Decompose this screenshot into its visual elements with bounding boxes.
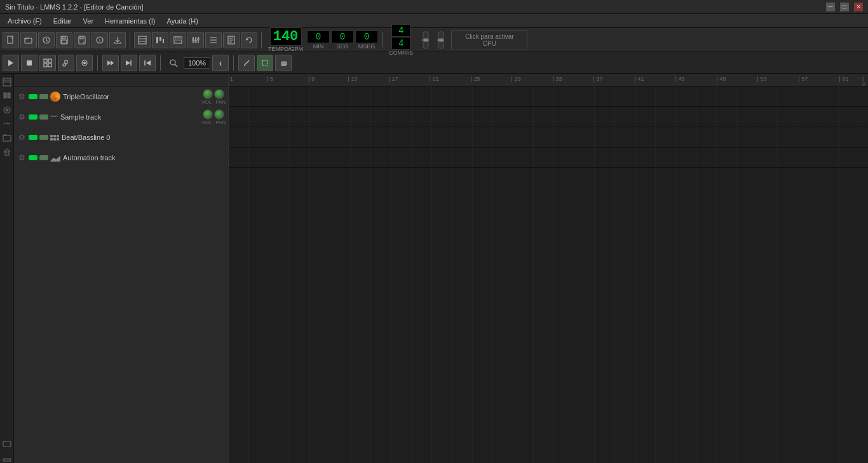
vol-knob-triple-osc[interactable] <box>203 89 213 99</box>
track-name-sample[interactable]: 〰 Sample track <box>50 113 200 121</box>
song-editor: ⚙ TripleOscillator VOL PAN <box>0 74 868 463</box>
vol-label-sample: VOL <box>201 120 212 125</box>
menu-ver[interactable]: Ver <box>78 16 99 26</box>
close-button[interactable]: ✕ <box>854 3 863 11</box>
mseg-display[interactable]: 0 <box>355 31 378 43</box>
ruler-spacer <box>14 74 228 86</box>
maximize-button[interactable]: □ <box>840 3 849 11</box>
grid-row-beat[interactable] <box>229 127 868 148</box>
cpu-display[interactable]: Click para activar CPU <box>451 30 527 50</box>
sep5 <box>160 55 161 71</box>
stop-button[interactable] <box>21 55 37 71</box>
sidebar-instruments-icon[interactable] <box>1 76 13 88</box>
svg-rect-73 <box>3 459 11 461</box>
ruler-mark-25: | 25 <box>471 76 480 82</box>
menu-ayuda[interactable]: Ayuda (H) <box>162 16 203 26</box>
sidebar-presets-icon[interactable] <box>1 104 13 116</box>
zoom-value[interactable]: 100% <box>184 57 210 69</box>
beat-icon <box>50 135 59 141</box>
forward-button[interactable] <box>102 55 119 71</box>
svg-marker-42 <box>8 60 13 66</box>
track-gear-beat[interactable]: ⚙ <box>17 132 27 142</box>
track-mute-beat[interactable] <box>29 135 37 140</box>
grid-row-sample[interactable] <box>229 107 868 127</box>
tempo-display[interactable]: 140 <box>270 27 302 46</box>
track-solo-automation[interactable] <box>39 155 48 160</box>
recent-button[interactable] <box>38 32 55 48</box>
draw-tool-button[interactable] <box>238 55 255 71</box>
rewind-button[interactable] <box>139 55 156 71</box>
ruler-mark-13: | 13 <box>348 76 358 82</box>
grid-row-triple-osc[interactable] <box>229 86 868 107</box>
svg-rect-26 <box>193 39 194 41</box>
svg-rect-27 <box>195 40 196 42</box>
grid-col: | 1 | 5 | 9 | 13 | 17 | 21 | 25 | 29 | 3… <box>229 74 868 463</box>
zoom-down-button[interactable]: ‹ <box>212 55 229 71</box>
svg-rect-22 <box>180 37 182 41</box>
export-button[interactable] <box>109 32 126 48</box>
track-name-triple-osc[interactable]: TripleOscillator <box>50 92 200 102</box>
track-gear-triple-osc[interactable]: ⚙ <box>17 92 27 102</box>
compas-num[interactable]: 4 <box>391 24 410 37</box>
track-mute-triple-osc[interactable] <box>29 94 37 99</box>
track-gear-sample[interactable]: ⚙ <box>17 112 27 122</box>
sidebar-settings-icon[interactable] <box>1 452 13 463</box>
track-gear-automation[interactable]: ⚙ <box>17 153 27 163</box>
info-button[interactable]: i <box>92 32 108 48</box>
song-editor-button[interactable] <box>134 32 151 48</box>
grid-rows[interactable] <box>229 86 868 463</box>
svg-point-57 <box>170 60 175 65</box>
sidebar-home-icon[interactable] <box>1 146 13 158</box>
ruler-mark-37: | 37 <box>593 76 603 82</box>
grid-empty-area[interactable] <box>229 168 868 463</box>
instruments-button[interactable] <box>205 32 222 48</box>
track-name-beat[interactable]: Beat/Bassline 0 <box>50 134 226 141</box>
track-solo-sample[interactable] <box>39 114 48 120</box>
menu-herramientas[interactable]: Herramientas (I) <box>100 16 160 26</box>
min-display[interactable]: 0 <box>307 31 330 43</box>
grid-row-automation[interactable] <box>229 148 868 168</box>
pattern-button[interactable] <box>39 55 56 71</box>
track-solo-triple-osc[interactable] <box>39 94 48 99</box>
new-button[interactable] <box>3 32 19 48</box>
window-title: Sin Titulo - LMMS 1.2.2 - [Editor de Can… <box>5 3 144 11</box>
save-button[interactable] <box>56 32 72 48</box>
vol-knob-sample[interactable] <box>203 109 213 120</box>
mixer-button[interactable] <box>187 32 204 48</box>
track-mute-sample[interactable] <box>29 114 37 120</box>
saveas-button[interactable]: + <box>74 32 90 48</box>
notes-button[interactable] <box>223 32 240 48</box>
time-section: 0 MIN 0 SEG 0 MSEG <box>307 31 378 50</box>
record2-button[interactable] <box>76 55 93 71</box>
pan-knob-sample[interactable] <box>214 109 224 120</box>
ruler-mark-5: | 5 <box>267 76 273 82</box>
piano-roll-button[interactable] <box>170 32 186 48</box>
minimize-button[interactable]: ─ <box>826 3 835 11</box>
menu-editar[interactable]: Editar <box>48 16 77 26</box>
beat-editor-button[interactable] <box>152 32 168 48</box>
track-solo-beat[interactable] <box>39 135 48 140</box>
track-label-automation: Automation track <box>63 154 116 162</box>
sidebar-keyboard-icon[interactable] <box>1 438 13 449</box>
open-button[interactable] <box>20 32 37 48</box>
osc-icon <box>50 92 60 102</box>
sidebar-plugin-icon[interactable] <box>1 90 13 102</box>
vol-pan-sample: VOL PAN <box>201 109 226 125</box>
sidebar-samples-icon[interactable] <box>1 118 13 130</box>
end-button[interactable] <box>121 55 137 71</box>
record-button[interactable] <box>58 55 74 71</box>
sidebar-projects-icon[interactable] <box>1 132 13 144</box>
select-tool-button[interactable] <box>257 55 273 71</box>
play-button[interactable] <box>3 55 19 71</box>
track-mute-automation[interactable] <box>29 155 37 160</box>
erase-tool-button[interactable] <box>275 55 292 71</box>
compas-den[interactable]: 4 <box>391 37 410 50</box>
menu-archivo[interactable]: Archivo (F) <box>3 16 47 26</box>
sec-display[interactable]: 0 <box>331 31 354 43</box>
pan-knob-triple-osc[interactable] <box>214 89 224 99</box>
undo-button[interactable] <box>241 32 257 48</box>
ruler-mark-6x: | 6 <box>862 76 866 86</box>
track-name-automation[interactable]: Automation track <box>50 154 226 162</box>
track-label-triple-osc: TripleOscillator <box>63 93 109 100</box>
ruler-mark-45: | 45 <box>675 76 685 82</box>
